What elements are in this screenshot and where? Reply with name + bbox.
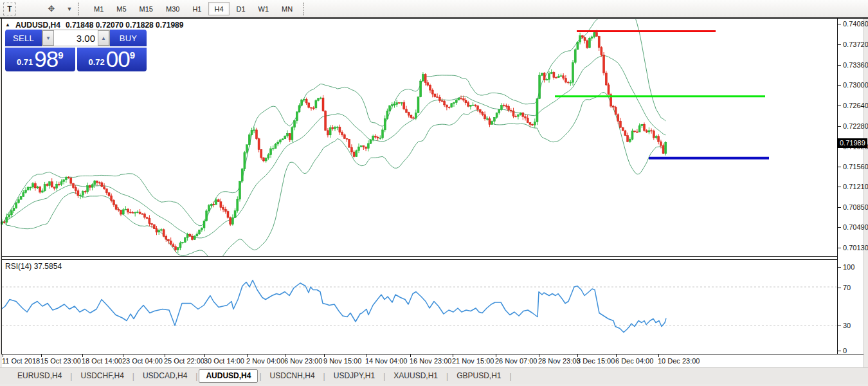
rsi-indicator-pane[interactable] <box>0 260 863 354</box>
candle-body <box>217 199 219 201</box>
candle-body <box>63 179 65 181</box>
candle-body <box>263 158 265 161</box>
bid-price-big-digits: 98 <box>34 48 58 71</box>
candle-body <box>508 106 510 110</box>
candle-body <box>65 178 67 180</box>
pane-splitter[interactable] <box>1 259 838 260</box>
tab-divider: | <box>259 372 261 381</box>
candle-body <box>315 100 317 108</box>
timeframe-button-mn[interactable]: MN <box>276 2 298 15</box>
timeframe-button-w1[interactable]: W1 <box>253 2 275 15</box>
tab-usdcnh-h4[interactable]: USDCNH,H4 <box>263 369 322 383</box>
candle-body <box>539 75 541 98</box>
volume-increase-button[interactable]: ▲ <box>98 30 109 46</box>
main-pane-border[interactable] <box>1 256 838 257</box>
candle-body <box>498 109 500 113</box>
candle-body <box>113 200 114 205</box>
time-axis-label: 18 Oct 14:00 <box>82 357 122 365</box>
candle-body <box>577 42 579 50</box>
timeframe-button-d1[interactable]: D1 <box>231 2 251 15</box>
rsi-indicator-label: RSI(14) 37.5854 <box>5 262 62 271</box>
tab-xauusd-h1[interactable]: XAUUSD,H1 <box>386 369 445 383</box>
candle-body <box>20 196 22 199</box>
candle-body <box>572 62 574 82</box>
candle-body <box>25 190 27 192</box>
collapse-arrow-icon[interactable]: ▲ <box>5 21 10 30</box>
volume-decrease-button[interactable]: ▼ <box>42 30 54 46</box>
candle-body <box>201 228 203 230</box>
tab-usdjpy-h1[interactable]: USDJPY,H1 <box>327 369 382 383</box>
candle-body <box>646 131 647 132</box>
timeframe-button-m30[interactable]: M30 <box>160 2 185 15</box>
candle-body <box>98 183 100 183</box>
candle-body <box>567 82 569 83</box>
candle-body <box>641 124 643 125</box>
candle-body <box>175 246 177 250</box>
candle-body <box>199 230 201 234</box>
candle-body <box>484 115 486 119</box>
candle-body <box>305 99 307 103</box>
candle-body <box>446 105 448 107</box>
tab-usdchf-h4[interactable]: USDCHF,H4 <box>73 369 131 383</box>
candle-body <box>570 82 572 83</box>
timeframe-button-h4[interactable]: H4 <box>208 2 229 15</box>
buy-button[interactable]: BUY <box>110 30 147 48</box>
candle-body <box>44 185 46 191</box>
candle-body <box>3 222 5 223</box>
candle-body <box>101 183 103 187</box>
candle-body <box>532 124 534 125</box>
arrow-objects-button[interactable]: ✥ <box>43 3 60 15</box>
candle-body <box>192 236 194 239</box>
candle-body <box>141 214 143 214</box>
price-tick-label: 0.70130 <box>843 244 868 252</box>
time-axis-label: 28 Nov 23:00 <box>538 357 580 365</box>
candle-body <box>311 107 312 108</box>
candle-body <box>515 116 517 117</box>
candle-body <box>472 105 474 106</box>
candle-body <box>296 112 298 121</box>
candle-body <box>455 100 457 103</box>
ask-price-prefix: 0.72 <box>88 57 104 67</box>
candle-body <box>601 48 602 55</box>
toolbar: T ✥ ▼ M1M5M15M30H1H4D1W1MN <box>0 0 868 17</box>
sell-button[interactable]: SELL <box>5 30 42 48</box>
candle-body <box>334 127 336 129</box>
ask-price-display[interactable]: 0.72 00 9 <box>77 48 147 71</box>
tab-usdcad-h4[interactable]: USDCAD,H4 <box>136 369 194 383</box>
tab-audusd-h4[interactable]: AUDUSD,H4 <box>199 369 258 383</box>
timeframe-button-m5[interactable]: M5 <box>111 2 132 15</box>
candle-body <box>510 110 512 111</box>
bid-price-pip-digit: 9 <box>58 50 63 60</box>
candle-body <box>465 100 467 103</box>
candle-body <box>56 184 58 188</box>
candle-body <box>574 50 576 62</box>
candle-body <box>37 187 39 188</box>
candle-body <box>227 212 229 217</box>
tab-divider: | <box>70 372 72 381</box>
text-label-tool-button[interactable]: T <box>3 3 16 15</box>
timeframe-button-m15[interactable]: M15 <box>134 2 159 15</box>
candle-body <box>182 243 184 243</box>
tab-eurusd-h4[interactable]: EURUSD,H4 <box>10 369 69 383</box>
volume-input[interactable] <box>54 30 98 46</box>
price-tick <box>838 65 841 66</box>
candle-body <box>270 149 272 155</box>
bid-price-display[interactable]: 0.71 98 9 <box>5 48 75 71</box>
price-tick <box>838 187 841 187</box>
candle-body <box>77 190 79 196</box>
time-axis-label: 14 Nov 04:00 <box>365 357 407 365</box>
candle-body <box>553 73 555 78</box>
tab-gbpusd-h1[interactable]: GBPUSD,H1 <box>449 369 508 383</box>
time-axis-label: 25 Oct 22:00 <box>164 357 204 365</box>
candle-body <box>536 98 538 122</box>
candle-body <box>389 106 391 111</box>
arrow-objects-dropdown-icon[interactable]: ▼ <box>65 3 74 15</box>
timeframe-button-h1[interactable]: H1 <box>186 2 207 15</box>
candle-body <box>617 115 619 121</box>
candle-body <box>653 131 655 138</box>
time-axis-label: 11 Oct 2018 <box>2 357 40 365</box>
candle-body <box>108 193 110 196</box>
timeframe-button-m1[interactable]: M1 <box>88 2 109 15</box>
candle-body <box>448 107 450 107</box>
candle-body <box>51 181 53 187</box>
